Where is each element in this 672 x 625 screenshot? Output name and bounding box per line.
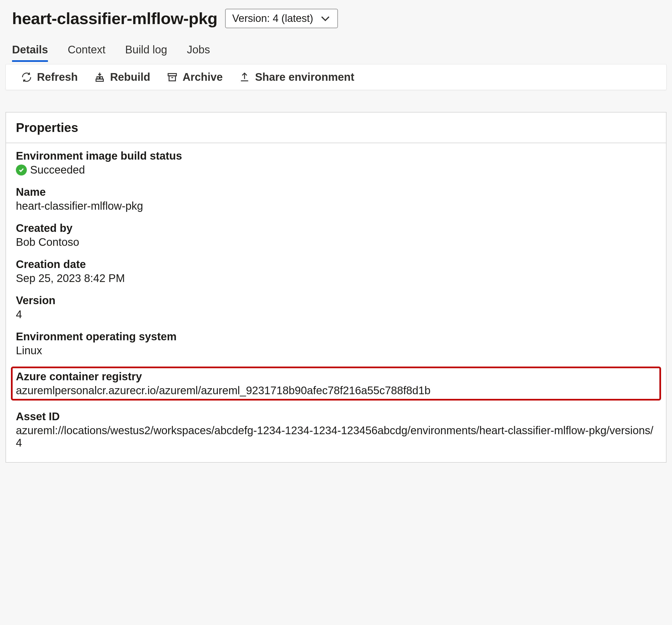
svg-rect-2: [100, 77, 102, 79]
prop-value: azuremlpersonalcr.azurecr.io/azureml/azu…: [16, 384, 656, 397]
panel-body: Environment image build status Succeeded…: [6, 143, 666, 462]
svg-rect-5: [169, 76, 175, 81]
prop-build-status: Environment image build status Succeeded: [16, 150, 656, 176]
properties-panel: Properties Environment image build statu…: [5, 112, 667, 463]
highlight-acr: Azure container registry azuremlpersonal…: [11, 366, 661, 401]
archive-button[interactable]: Archive: [167, 71, 223, 83]
prop-value: Bob Contoso: [16, 236, 656, 248]
prop-label: Environment image build status: [16, 150, 656, 162]
prop-acr: Azure container registry azuremlpersonal…: [16, 370, 656, 397]
archive-icon: [167, 72, 178, 83]
prop-value: Sep 25, 2023 8:42 PM: [16, 272, 656, 284]
prop-label: Creation date: [16, 258, 656, 270]
toolbar: Refresh Rebuild Archive Share environmen…: [5, 64, 667, 90]
prop-value: Succeeded: [30, 164, 85, 176]
tabs: Details Context Build log Jobs: [5, 30, 667, 62]
prop-value: azureml://locations/westus2/workspaces/a…: [16, 424, 656, 449]
prop-label: Name: [16, 186, 656, 198]
panel-title: Properties: [6, 113, 666, 143]
tab-context[interactable]: Context: [68, 44, 105, 62]
rebuild-icon: [94, 72, 105, 83]
refresh-label: Refresh: [37, 71, 78, 83]
prop-os: Environment operating system Linux: [16, 331, 656, 357]
refresh-icon: [21, 72, 32, 83]
tab-jobs[interactable]: Jobs: [187, 44, 210, 62]
header-row: heart-classifier-mlflow-pkg Version: 4 (…: [5, 5, 667, 30]
prop-label: Environment operating system: [16, 331, 656, 343]
rebuild-button[interactable]: Rebuild: [94, 71, 150, 83]
rebuild-label: Rebuild: [110, 71, 150, 83]
refresh-button[interactable]: Refresh: [21, 71, 78, 83]
version-selector-label: Version: 4 (latest): [232, 13, 313, 24]
share-environment-button[interactable]: Share environment: [239, 71, 354, 83]
prop-label: Version: [16, 294, 656, 307]
prop-label: Asset ID: [16, 410, 656, 423]
prop-creation-date: Creation date Sep 25, 2023 8:42 PM: [16, 258, 656, 284]
prop-value: Linux: [16, 344, 656, 357]
version-selector[interactable]: Version: 4 (latest): [225, 9, 338, 28]
chevron-down-icon: [320, 13, 331, 24]
tab-details[interactable]: Details: [12, 44, 48, 62]
status-row: Succeeded: [16, 164, 656, 176]
share-label: Share environment: [255, 71, 354, 83]
prop-label: Azure container registry: [16, 370, 656, 383]
prop-value: heart-classifier-mlflow-pkg: [16, 200, 656, 212]
svg-rect-1: [97, 77, 99, 79]
prop-created-by: Created by Bob Contoso: [16, 222, 656, 248]
tab-build-log[interactable]: Build log: [125, 44, 167, 62]
archive-label: Archive: [183, 71, 223, 83]
share-icon: [239, 72, 250, 83]
page-title: heart-classifier-mlflow-pkg: [12, 9, 217, 28]
prop-name: Name heart-classifier-mlflow-pkg: [16, 186, 656, 212]
prop-value: 4: [16, 308, 656, 320]
success-check-icon: [16, 165, 27, 175]
prop-version: Version 4: [16, 294, 656, 320]
prop-asset-id: Asset ID azureml://locations/westus2/wor…: [16, 410, 656, 449]
prop-label: Created by: [16, 222, 656, 234]
